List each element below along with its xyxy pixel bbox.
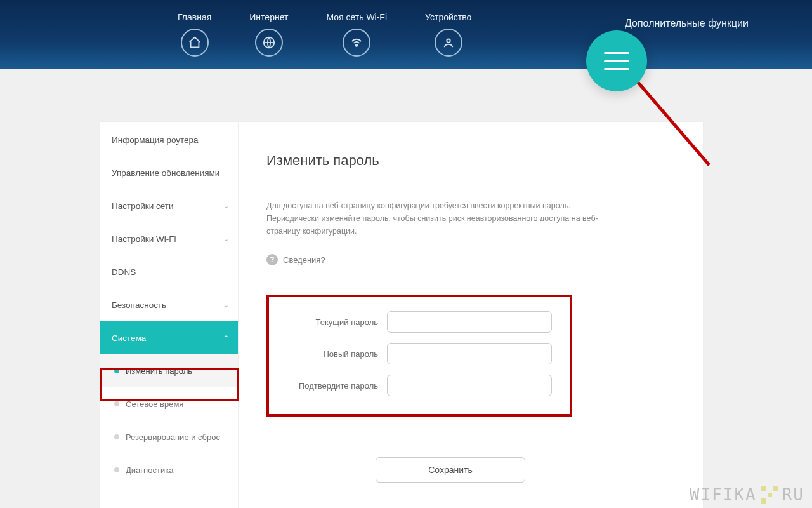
bullet-icon — [114, 368, 119, 373]
sidebar-sub-label: Изменить пароль — [126, 366, 192, 376]
sidebar-item-label: Безопасность — [112, 300, 166, 310]
sidebar-item-security[interactable]: Безопасность ⌄ — [100, 288, 238, 321]
nav-internet[interactable]: Интернет — [249, 12, 288, 57]
top-nav: Главная Интернет Моя сеть Wi-Fi Устройст… — [0, 0, 812, 69]
svg-point-2 — [447, 39, 450, 43]
confirm-password-input[interactable] — [387, 375, 552, 396]
new-password-row: Новый пароль — [284, 343, 554, 364]
sidebar-sub-change-password[interactable]: Изменить пароль — [100, 354, 238, 387]
page-description: Для доступа на веб-страницу конфигурации… — [266, 199, 622, 237]
new-password-input[interactable] — [387, 343, 552, 364]
main-panel: Информация роутера Управление обновления… — [100, 122, 703, 508]
nav-wifi-label: Моя сеть Wi-Fi — [326, 12, 387, 22]
chevron-up-icon: ⌃ — [223, 334, 229, 342]
sidebar-item-network-settings[interactable]: Настройки сети ⌄ — [100, 189, 238, 222]
sidebar-item-label: Настройки сети — [112, 201, 173, 211]
watermark: WIFIKA RU — [690, 485, 804, 504]
content-area: Изменить пароль Для доступа на веб-стран… — [239, 122, 703, 508]
sidebar-item-label: DDNS — [112, 267, 136, 277]
confirm-password-label: Подтвердите пароль — [284, 381, 378, 391]
sidebar: Информация роутера Управление обновления… — [100, 122, 239, 508]
sidebar-sub-backup-reset[interactable]: Резервирование и сброс — [100, 420, 238, 453]
nav-internet-label: Интернет — [249, 12, 288, 22]
svg-point-1 — [356, 44, 358, 46]
new-password-label: Новый пароль — [284, 349, 378, 359]
bullet-icon — [114, 434, 119, 439]
current-password-label: Текущий пароль — [284, 318, 378, 327]
sidebar-item-system[interactable]: Система ⌃ — [100, 321, 238, 354]
hamburger-icon — [604, 52, 629, 70]
sidebar-item-label: Управление обновлениями — [112, 168, 219, 178]
sidebar-item-router-info[interactable]: Информация роутера — [100, 123, 238, 156]
current-password-row: Текущий пароль — [284, 311, 554, 333]
device-icon — [435, 29, 462, 57]
chevron-down-icon: ⌄ — [223, 301, 229, 309]
page-title: Изменить пароль — [266, 152, 675, 169]
sidebar-sub-diagnostics[interactable]: Диагностика — [100, 453, 238, 486]
chevron-down-icon: ⌄ — [223, 235, 229, 243]
question-icon: ? — [266, 254, 278, 265]
sidebar-item-ddns[interactable]: DDNS — [100, 255, 238, 288]
current-password-input[interactable] — [387, 311, 552, 333]
extra-functions-label: Дополнительные функции — [625, 18, 749, 29]
nav-wifi[interactable]: Моя сеть Wi-Fi — [326, 12, 387, 57]
sidebar-item-label: Информация роутера — [112, 135, 199, 145]
info-link[interactable]: ? Сведения? — [266, 254, 675, 265]
wifi-icon — [343, 29, 370, 57]
home-icon — [181, 29, 209, 57]
sidebar-item-label: Система — [112, 333, 146, 343]
chevron-down-icon: ⌄ — [223, 202, 229, 210]
nav-home-label: Главная — [178, 12, 211, 22]
sidebar-item-label: Настройки Wi-Fi — [112, 234, 176, 244]
password-form-highlight: Текущий пароль Новый пароль Подтвердите … — [266, 295, 572, 417]
bullet-icon — [114, 467, 119, 472]
watermark-text-right: RU — [782, 485, 804, 504]
sidebar-item-updates[interactable]: Управление обновлениями — [100, 156, 238, 189]
sidebar-item-wifi-settings[interactable]: Настройки Wi-Fi ⌄ — [100, 222, 238, 255]
info-link-text[interactable]: Сведения? — [283, 255, 325, 265]
globe-icon — [255, 29, 283, 57]
nav-device[interactable]: Устройство — [425, 12, 471, 57]
sidebar-sub-label: Сетевое время — [126, 399, 183, 409]
nav-device-label: Устройство — [425, 12, 471, 22]
qr-icon — [761, 486, 778, 504]
sidebar-sub-label: Диагностика — [126, 465, 173, 475]
bullet-icon — [114, 401, 119, 406]
sidebar-sub-label: Резервирование и сброс — [126, 432, 220, 442]
confirm-password-row: Подтвердите пароль — [284, 375, 554, 396]
nav-home[interactable]: Главная — [178, 12, 211, 57]
extra-functions-button[interactable] — [586, 30, 647, 91]
save-button[interactable]: Сохранить — [376, 457, 525, 483]
sidebar-sub-network-time[interactable]: Сетевое время — [100, 387, 238, 420]
